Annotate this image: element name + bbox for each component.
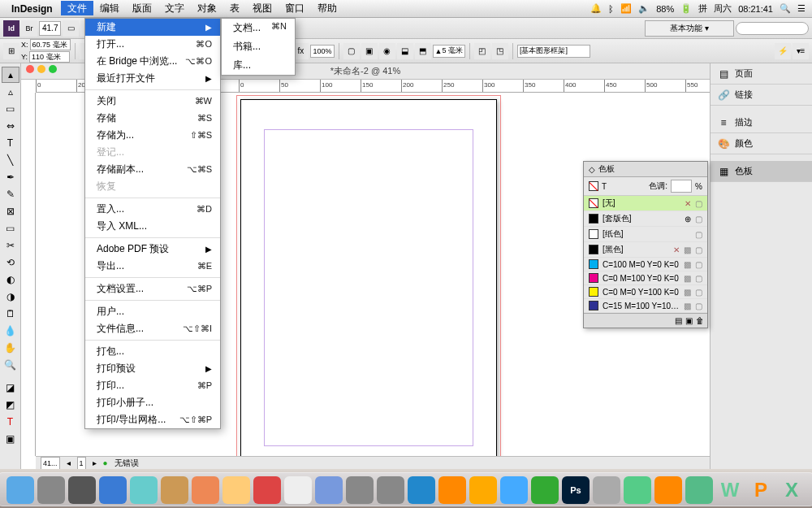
menuitem-导出...[interactable]: 导出...⌘E: [85, 258, 220, 275]
id-logo-icon[interactable]: Id: [3, 20, 19, 37]
dock-app-10[interactable]: [315, 476, 343, 504]
rect-tool-icon[interactable]: ▭: [2, 220, 19, 237]
dock-app-22[interactable]: [685, 476, 713, 504]
dock-app-9[interactable]: [284, 476, 312, 504]
corner-icon[interactable]: ◰: [474, 43, 490, 59]
swatch-row[interactable]: [黑色]✕▩▢: [584, 242, 707, 258]
submenu-书籍...[interactable]: 书籍...: [222, 37, 295, 56]
swatches-panel-header[interactable]: ◇ 色板: [584, 162, 707, 177]
submenu-库...[interactable]: 库...: [222, 56, 295, 75]
menuitem-最近打开文件[interactable]: 最近打开文件▶: [85, 70, 220, 87]
offset-field[interactable]: ▲ 5 毫米: [433, 45, 465, 58]
view-layout-icon[interactable]: ▭: [63, 20, 79, 37]
dock-app-12[interactable]: [377, 476, 404, 504]
delete-swatch-icon[interactable]: 🗑: [696, 316, 704, 325]
format-container-icon[interactable]: T: [2, 414, 19, 430]
dock-app-1[interactable]: [37, 476, 65, 504]
dock-app-20[interactable]: [624, 476, 651, 504]
dock-app-0[interactable]: [6, 476, 34, 504]
dock-app-3[interactable]: [99, 476, 127, 504]
menu-帮助[interactable]: 帮助: [311, 1, 343, 15]
page-nav-next-icon[interactable]: ▸: [93, 458, 97, 467]
menuitem-置入...[interactable]: 置入...⌘D: [85, 201, 220, 218]
tint-field[interactable]: [671, 180, 692, 193]
dock-app-16[interactable]: [500, 476, 528, 504]
dock-app-14[interactable]: [438, 476, 466, 504]
wrap-none-icon[interactable]: ▢: [343, 43, 360, 59]
note-tool-icon[interactable]: 🗒: [2, 306, 19, 322]
menuitem-在 Bridge 中浏览...[interactable]: 在 Bridge 中浏览...⌥⌘O: [85, 53, 220, 70]
dock-app-17[interactable]: [531, 476, 559, 504]
swatch-row[interactable]: C=0 M=100 Y=0 K=0▩▢: [584, 271, 707, 285]
page-nav-prev-icon[interactable]: ◂: [67, 458, 71, 467]
menu-窗口[interactable]: 窗口: [279, 1, 311, 15]
notif-icon[interactable]: 🔔: [590, 3, 602, 14]
wrap-shape-icon[interactable]: ◉: [379, 43, 395, 59]
menuitem-文件信息...[interactable]: 文件信息...⌥⇧⌘I: [85, 320, 220, 337]
new-swatch-icon[interactable]: ▣: [685, 316, 693, 325]
dock-app-7[interactable]: [222, 476, 250, 504]
menuitem-存储副本...[interactable]: 存储副本...⌥⌘S: [85, 161, 220, 178]
workspace-switcher[interactable]: 基本功能 ▾: [645, 20, 734, 37]
swatch-row[interactable]: C=15 M=100 Y=100 K=0▩▢: [584, 299, 707, 313]
pencil-tool-icon[interactable]: ✎: [2, 186, 19, 202]
x-field[interactable]: 60.75 毫米: [30, 39, 71, 50]
dock-letter-P[interactable]: P: [747, 476, 775, 504]
dock-app-15[interactable]: [469, 476, 497, 504]
line-tool-icon[interactable]: ╲: [2, 152, 19, 168]
submenu-文档...[interactable]: 文档...⌘N: [222, 19, 295, 37]
bluetooth-icon[interactable]: ᛒ: [608, 4, 614, 14]
wrap-next-icon[interactable]: ⬒: [415, 43, 431, 59]
help-search[interactable]: [736, 22, 809, 35]
menuitem-打印预设[interactable]: 打印预设▶: [85, 360, 220, 377]
eyedropper-tool-icon[interactable]: 💧: [2, 323, 19, 339]
dock-app-21[interactable]: [654, 476, 682, 504]
wifi-icon[interactable]: 📶: [620, 3, 632, 14]
menuitem-文档设置...[interactable]: 文档设置...⌥⌘P: [85, 280, 220, 297]
menu-版面[interactable]: 版面: [126, 1, 158, 15]
dock-app-11[interactable]: [346, 476, 374, 504]
menuitem-打开...[interactable]: 打开...⌘O: [85, 36, 220, 53]
menuitem-打印小册子...[interactable]: 打印小册子...: [85, 394, 220, 411]
dock-app-5[interactable]: [161, 476, 188, 504]
type-proxy-icon[interactable]: T: [602, 182, 607, 191]
menuitem-打包...[interactable]: 打包...: [85, 343, 220, 360]
dock-app-13[interactable]: [408, 476, 435, 504]
battery-icon[interactable]: 🔋: [680, 3, 692, 14]
input-icon[interactable]: 拼: [698, 2, 707, 15]
page-status-field[interactable]: 1: [77, 457, 86, 470]
menuitem-存储[interactable]: 存储⌘S: [85, 110, 220, 127]
gradient-feather-tool-icon[interactable]: ◑: [2, 289, 19, 305]
panel-颜色[interactable]: 🎨颜色: [710, 133, 812, 154]
zoom-tool-icon[interactable]: 🔍: [2, 357, 19, 373]
volume-icon[interactable]: 🔈: [638, 3, 650, 14]
quick-apply-icon[interactable]: ⚡: [775, 43, 791, 59]
zoom-status-field[interactable]: 41...: [41, 457, 60, 470]
swatch-row[interactable]: [纸色]▢: [584, 227, 707, 242]
gradient-tool-icon[interactable]: ◐: [2, 271, 19, 288]
preflight-status[interactable]: 无错误: [114, 458, 139, 469]
show-all-icon[interactable]: ▤: [675, 316, 682, 325]
menu-extra-icon[interactable]: ☰: [797, 3, 806, 14]
bridge-icon[interactable]: Br: [21, 20, 37, 37]
menu-编辑[interactable]: 编辑: [93, 1, 126, 15]
swatches-panel[interactable]: ◇ 色板 T 色调: % [无]✕▢[套版色]⊕▢[纸色]▢[黑色]✕▩▢C=1…: [583, 161, 708, 328]
ref-point-icon[interactable]: ⊞: [3, 43, 19, 59]
vertical-ruler[interactable]: [21, 93, 36, 456]
menuitem-导入 XML...[interactable]: 导入 XML...: [85, 218, 220, 235]
dock-app-18[interactable]: Ps: [562, 476, 590, 504]
swatch-row[interactable]: [无]✕▢: [584, 196, 707, 211]
opacity-field[interactable]: 100%: [310, 45, 334, 58]
panel-色板[interactable]: ▦色板: [710, 161, 812, 182]
menuitem-Adobe PDF 预设[interactable]: Adobe PDF 预设▶: [85, 241, 220, 258]
y-field[interactable]: 110 毫米: [29, 51, 70, 63]
transform-tool-icon[interactable]: ⟲: [2, 254, 19, 271]
spotlight-icon[interactable]: 🔍: [780, 3, 791, 14]
menu-对象[interactable]: 对象: [191, 1, 223, 15]
default-colors-icon[interactable]: ◩: [2, 397, 19, 413]
direct-select-tool-icon[interactable]: ▵: [2, 84, 19, 100]
wrap-jump-icon[interactable]: ⬓: [397, 43, 413, 59]
panel-链接[interactable]: 🔗链接: [710, 85, 812, 106]
menu-文件[interactable]: 文件: [61, 1, 93, 15]
menuitem-新建[interactable]: 新建▶: [85, 19, 220, 36]
